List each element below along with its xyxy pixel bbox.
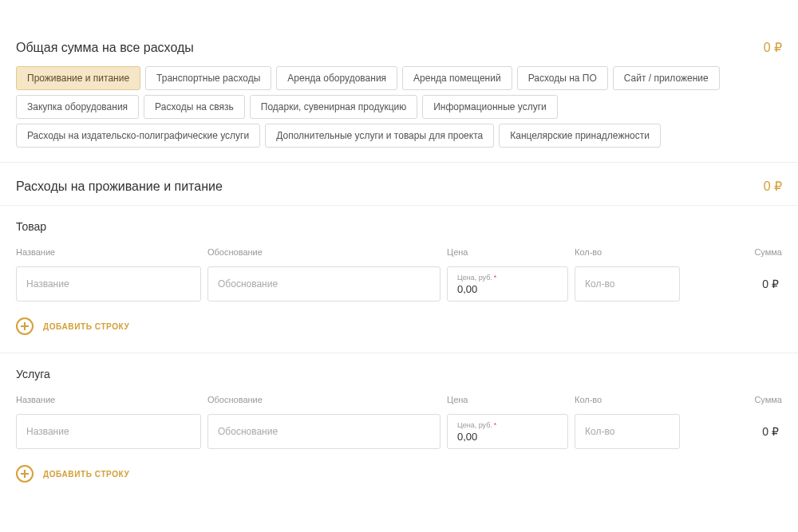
plus-icon: [16, 465, 34, 483]
services-title: Услуга: [16, 353, 782, 380]
col-name: Название: [16, 247, 207, 257]
col-sum: Сумма: [686, 395, 782, 404]
expense-tag[interactable]: Дополнительные услуги и товары для проек…: [265, 124, 494, 148]
col-reason: Обоснование: [207, 247, 447, 257]
plus-icon: [16, 317, 34, 335]
expense-tag[interactable]: Информационные услуги: [422, 95, 557, 119]
goods-title: Товар: [16, 206, 782, 233]
add-services-row-button[interactable]: ДОБАВИТЬ СТРОКУ: [16, 460, 129, 500]
expense-tag[interactable]: Расходы на издательско-полиграфические у…: [16, 124, 260, 148]
price-value: 0,00: [457, 431, 558, 443]
expense-tag[interactable]: Расходы на ПО: [517, 66, 608, 90]
add-label: ДОБАВИТЬ СТРОКУ: [43, 322, 129, 331]
qty-input[interactable]: [575, 266, 680, 301]
goods-columns: Название Обоснование Цена Кол-во Сумма: [16, 233, 782, 263]
goods-row: Цена, руб.* 0,00 0 ₽: [16, 263, 782, 313]
price-input[interactable]: Цена, руб.* 0,00: [447, 266, 568, 301]
expense-tag[interactable]: Закупка оборудования: [16, 95, 139, 119]
price-label: Цена, руб.*: [457, 422, 558, 429]
name-input[interactable]: [16, 414, 201, 449]
expense-tags: Проживание и питаниеТранспортные расходы…: [16, 66, 782, 162]
col-sum: Сумма: [686, 247, 782, 257]
expense-tag[interactable]: Проживание и питание: [16, 66, 140, 90]
col-price: Цена: [447, 395, 575, 404]
services-row: Цена, руб.* 0,00 0 ₽: [16, 411, 782, 460]
expense-tag[interactable]: Расходы на связь: [144, 95, 245, 119]
price-label: Цена, руб.*: [457, 274, 558, 282]
price-value: 0,00: [457, 283, 558, 296]
reason-input[interactable]: [207, 414, 440, 449]
col-price: Цена: [447, 247, 575, 257]
col-qty: Кол-во: [575, 247, 686, 257]
col-qty: Кол-во: [575, 395, 686, 404]
qty-input[interactable]: [575, 414, 680, 449]
expense-tag[interactable]: Аренда помещений: [402, 66, 512, 90]
price-input[interactable]: Цена, руб.* 0,00: [447, 414, 568, 449]
total-amount: 0 ₽: [764, 40, 782, 55]
reason-input[interactable]: [207, 266, 440, 301]
add-goods-row-button[interactable]: ДОБАВИТЬ СТРОКУ: [16, 313, 129, 353]
row-sum: 0 ₽: [686, 414, 782, 449]
col-reason: Обоснование: [207, 395, 447, 404]
services-columns: Название Обоснование Цена Кол-во Сумма: [16, 380, 782, 411]
expense-tag[interactable]: Аренда оборудования: [276, 66, 397, 90]
expense-amount: 0 ₽: [764, 179, 782, 194]
expense-title: Расходы на проживание и питание: [16, 179, 223, 194]
expense-tag[interactable]: Транспортные расходы: [145, 66, 271, 90]
expense-tag[interactable]: Подарки, сувенирная продукцию: [250, 95, 417, 119]
row-sum: 0 ₽: [686, 266, 782, 301]
total-header: Общая сумма на все расходы 0 ₽: [16, 24, 782, 66]
expense-tag[interactable]: Канцелярские принадлежности: [499, 124, 661, 148]
name-input[interactable]: [16, 266, 201, 301]
add-label: ДОБАВИТЬ СТРОКУ: [43, 470, 129, 479]
total-title: Общая сумма на все расходы: [16, 41, 194, 55]
col-name: Название: [16, 395, 207, 404]
expense-tag[interactable]: Сайт / приложение: [613, 66, 720, 90]
expense-header: Расходы на проживание и питание 0 ₽: [16, 163, 782, 205]
